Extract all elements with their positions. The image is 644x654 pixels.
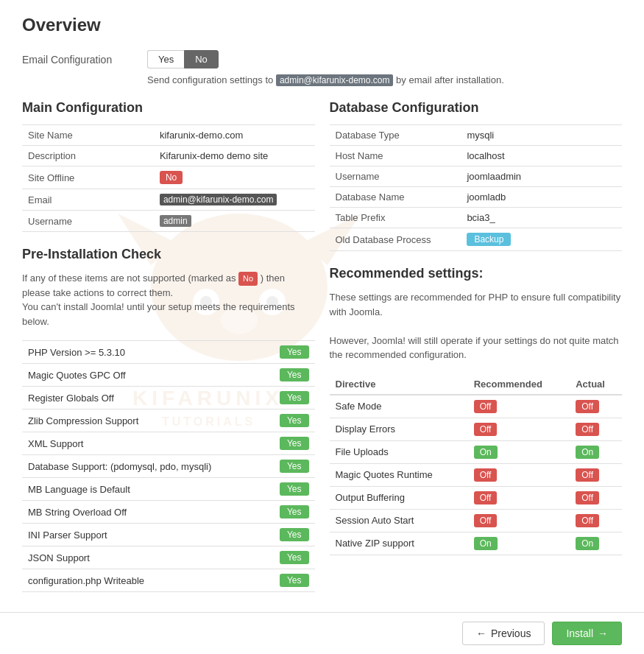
cell-label: MB Language is Default: [22, 478, 264, 501]
email-send-row: Send configuration settings to admin@kif…: [147, 74, 622, 85]
pre-desc-line1: If any of these items are not supported …: [22, 272, 236, 284]
cell-label: Register Globals Off: [22, 387, 264, 409]
cell-label: Site Name: [22, 125, 154, 146]
db-config-title: Database Configuration: [330, 100, 623, 116]
cell-value: Yes: [264, 501, 315, 524]
cell-label: JSON Support: [22, 546, 264, 569]
previous-button[interactable]: ← Previous: [462, 622, 545, 645]
cell-actual: On: [570, 440, 622, 463]
cell-label: Username: [330, 166, 461, 187]
cell-label: INI Parser Support: [22, 524, 264, 546]
cell-directive: Display Errors: [330, 418, 468, 440]
table-row: Output BufferingOffOff: [330, 486, 623, 509]
table-row: Magic Quotes RuntimeOffOff: [330, 463, 623, 486]
cell-value: mysqli: [461, 125, 622, 146]
cell-label: Email: [22, 189, 154, 211]
table-row: MB Language is DefaultYes: [22, 478, 315, 501]
cell-value: No: [154, 166, 315, 189]
install-arrow-icon: →: [598, 627, 608, 639]
pre-check-title: Pre-Installation Check: [22, 247, 315, 262]
cell-label: Username: [22, 211, 154, 232]
cell-value: Yes: [264, 524, 315, 546]
cell-value: Yes: [264, 364, 315, 387]
cell-label: Database Support: (pdomysql, pdo, mysqli…: [22, 455, 264, 478]
cell-label: MB String Overload Off: [22, 501, 264, 524]
table-row: Session Auto StartOffOff: [330, 509, 623, 532]
cell-recommended: Off: [468, 418, 570, 440]
install-label: Install: [566, 627, 593, 639]
cell-label: configuration.php Writeable: [22, 569, 264, 592]
table-row: INI Parser SupportYes: [22, 524, 315, 546]
table-row: Database Namejoomladb: [330, 187, 623, 208]
rec-settings-desc: These settings are recommended for PHP t…: [330, 290, 623, 362]
cell-directive: Safe Mode: [330, 395, 468, 418]
table-row: Host Namelocalhost: [330, 146, 623, 166]
table-row: MB String Overload OffYes: [22, 501, 315, 524]
table-row: Database Support: (pdomysql, pdo, mysqli…: [22, 455, 315, 478]
email-config-toggle[interactable]: Yes No: [147, 50, 219, 68]
cell-directive: Magic Quotes Runtime: [330, 463, 468, 486]
table-row: Register Globals OffYes: [22, 387, 315, 409]
table-row: PHP Version >= 5.3.10Yes: [22, 341, 315, 364]
table-row: Usernamejoomlaadmin: [330, 166, 623, 187]
table-row: Zlib Compression SupportYes: [22, 409, 315, 432]
cell-value: joomlaadmin: [461, 166, 622, 187]
rec-desc2: However, Joomla! will still operate if y…: [330, 335, 619, 361]
cell-value: joomladb: [461, 187, 622, 208]
cell-value: Yes: [264, 546, 315, 569]
cell-value: Yes: [264, 341, 315, 364]
cell-value: Yes: [264, 478, 315, 501]
cell-label: Magic Quotes GPC Off: [22, 364, 264, 387]
cell-recommended: Off: [468, 509, 570, 532]
cell-directive: Native ZIP support: [330, 532, 468, 555]
prev-label: Previous: [491, 627, 531, 639]
email-config-label: Email Configuration: [22, 54, 132, 66]
cell-value: Yes: [264, 387, 315, 409]
rec-col-directive: Directive: [330, 374, 468, 395]
main-config-title: Main Configuration: [22, 100, 315, 116]
table-row: Emailadmin@kifarunix-demo.com: [22, 189, 315, 211]
cell-recommended: Off: [468, 395, 570, 418]
cell-value: Yes: [264, 455, 315, 478]
cell-label: XML Support: [22, 432, 264, 455]
table-row: Display ErrorsOffOff: [330, 418, 623, 440]
table-row: Native ZIP supportOnOn: [330, 532, 623, 555]
cell-value: admin@kifarunix-demo.com: [154, 189, 315, 211]
install-button[interactable]: Install →: [552, 622, 622, 645]
cell-label: Database Name: [330, 187, 461, 208]
cell-actual: Off: [570, 395, 622, 418]
pre-desc-line3: You can't install Joomla! until your set…: [22, 301, 295, 327]
table-row: DescriptionKifarunix-demo demo site: [22, 146, 315, 166]
cell-label: PHP Version >= 5.3.10: [22, 341, 264, 364]
cell-actual: Off: [570, 463, 622, 486]
cell-value: bcia3_: [461, 208, 622, 228]
cell-value: localhost: [461, 146, 622, 166]
cell-recommended: Off: [468, 463, 570, 486]
cell-directive: Session Auto Start: [330, 509, 468, 532]
table-row: Magic Quotes GPC OffYes: [22, 364, 315, 387]
cell-label: Zlib Compression Support: [22, 409, 264, 432]
table-row: JSON SupportYes: [22, 546, 315, 569]
email-no-button[interactable]: No: [184, 50, 219, 68]
email-yes-button[interactable]: Yes: [147, 50, 184, 68]
cell-value: admin: [154, 211, 315, 232]
pre-check-desc: If any of these items are not supported …: [22, 271, 315, 328]
cell-actual: Off: [570, 486, 622, 509]
cell-recommended: On: [468, 440, 570, 463]
cell-label: Table Prefix: [330, 208, 461, 228]
table-row: Old Database ProcessBackup: [330, 228, 623, 251]
rec-col-actual: Actual: [570, 374, 622, 395]
cell-label: Site Offline: [22, 166, 154, 189]
table-row: Site OfflineNo: [22, 166, 315, 189]
cell-label: Description: [22, 146, 154, 166]
cell-actual: Off: [570, 418, 622, 440]
rec-desc1: These settings are recommended for PHP t…: [330, 292, 621, 317]
cell-label: Old Database Process: [330, 228, 461, 251]
table-row: XML SupportYes: [22, 432, 315, 455]
table-row: configuration.php WriteableYes: [22, 569, 315, 592]
rec-col-recommended: Recommended: [468, 374, 570, 395]
cell-value: Backup: [461, 228, 622, 251]
cell-recommended: On: [468, 532, 570, 555]
cell-actual: On: [570, 532, 622, 555]
prev-arrow-icon: ←: [476, 627, 486, 639]
